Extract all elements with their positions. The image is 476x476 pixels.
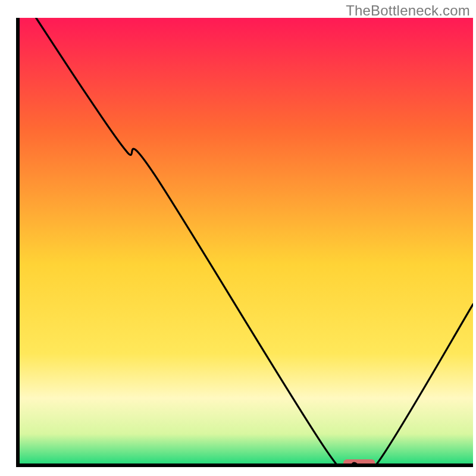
chart-stage: TheBottleneck.com	[0, 0, 476, 476]
gradient-background	[18, 18, 473, 465]
watermark-text: TheBottleneck.com	[346, 2, 470, 19]
bottleneck-chart	[0, 0, 476, 476]
